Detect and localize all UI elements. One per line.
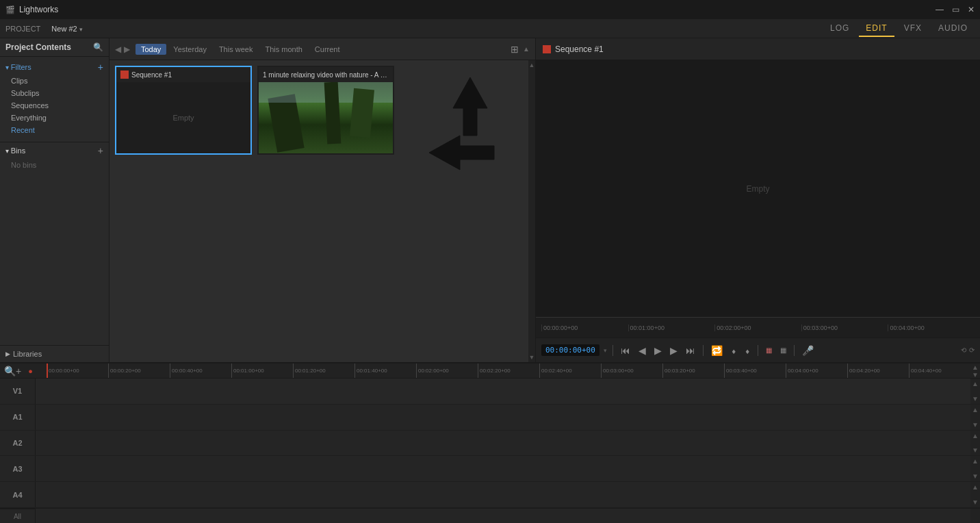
ruler-mark-9: 00:03:00+00 [601, 363, 662, 379]
ruler-mark-13: 00:04:20+00 [847, 363, 909, 379]
go-end-button[interactable]: ⏭ [684, 344, 697, 357]
project-name[interactable]: New #2 ▾ [51, 25, 82, 33]
media-item-sequence1[interactable]: Sequence #1 Empty [115, 66, 252, 155]
bins-section: ▾ Bins + No bins [0, 142, 109, 171]
tab-vfx[interactable]: VFX [897, 21, 929, 37]
track-content-a2[interactable] [36, 431, 970, 456]
bins-header[interactable]: ▾ Bins + [0, 142, 109, 159]
a2-scroll-up[interactable]: ▲ [972, 432, 979, 439]
track-a3-scroll[interactable]: ▲ ▼ [970, 456, 980, 481]
scrollbar-down[interactable]: ▼ [529, 354, 535, 361]
a1-scroll-down[interactable]: ▼ [972, 421, 979, 429]
track-content-a3[interactable] [36, 456, 970, 481]
v1-scroll-down[interactable]: ▼ [972, 395, 979, 403]
sequence1-title: Sequence #1 [131, 71, 172, 79]
loop-button[interactable]: 🔁 [709, 344, 725, 357]
media-item-video1[interactable]: 1 minute relaxing video with nature - A … [257, 66, 394, 155]
a4-scroll-down[interactable]: ▼ [972, 498, 979, 506]
libraries-section[interactable]: ▶ Libraries [0, 345, 109, 362]
add-filter-icon[interactable]: + [98, 62, 103, 73]
filters-collapse-icon: ▾ [5, 64, 11, 71]
mark-out-button[interactable]: ⬧ [743, 344, 752, 357]
track-label-a2: A2 [0, 431, 36, 456]
track-content-a1[interactable] [36, 405, 970, 430]
nav-back-arrow[interactable]: ◀ [115, 44, 121, 54]
zoom-in-icon[interactable]: 🔍+ [4, 366, 21, 377]
grid-view-icon[interactable]: ⊞ [511, 44, 519, 55]
video-thumbnail [259, 82, 393, 153]
scroll-up-icon[interactable]: ▲ [523, 45, 530, 53]
add-bin-icon[interactable]: + [98, 145, 103, 156]
a3-scroll-up[interactable]: ▲ [972, 457, 979, 465]
preview-empty-label: Empty [746, 184, 769, 194]
go-start-button[interactable]: ⏮ [619, 344, 632, 357]
next-frame-button[interactable]: ▶ [668, 344, 680, 357]
zoom-out-icon[interactable]: ● [28, 367, 33, 375]
ruler-mark-4: 00:01:20+00 [293, 363, 354, 379]
nav-forward-arrow[interactable]: ▶ [124, 44, 130, 54]
preview-mark-2: 00:02:00+00 [714, 324, 801, 331]
sidebar-item-sequences[interactable]: Sequences [0, 99, 109, 112]
content-scrollbar[interactable]: ▲ ▼ [528, 60, 535, 362]
date-tab-current[interactable]: Current [309, 44, 346, 55]
date-tab-today[interactable]: Today [136, 44, 166, 55]
sidebar-item-clips[interactable]: Clips [0, 75, 109, 87]
ruler-mark-1: 00:00:20+00 [108, 363, 170, 379]
a3-scroll-down[interactable]: ▼ [972, 472, 979, 480]
timecode-dropdown[interactable]: ▾ [604, 347, 607, 354]
track-a4-scroll[interactable]: ▲ ▼ [970, 482, 980, 507]
ruler-scroll-up[interactable]: ▲ [972, 363, 979, 371]
project-dropdown-icon[interactable]: ▾ [79, 26, 83, 33]
drag-arrows-svg [426, 74, 515, 183]
mark-in-button[interactable]: ⬧ [729, 344, 738, 357]
track-v1: V1 ▲ ▼ [0, 379, 980, 405]
preview-title: Sequence #1 [555, 44, 604, 54]
v1-scroll-up[interactable]: ▲ [972, 380, 979, 387]
svg-marker-1 [429, 136, 494, 170]
preview-scroll-down[interactable]: ⟳ [969, 346, 975, 354]
close-button[interactable]: ✕ [968, 5, 975, 14]
filters-label: ▾ Filters [5, 63, 31, 71]
sidebar-item-everything[interactable]: Everything [0, 112, 109, 124]
date-tab-thisweek[interactable]: This week [214, 44, 259, 55]
sidebar-item-subclips[interactable]: Subclips [0, 87, 109, 99]
ruler-mark-2: 00:00:40+00 [170, 363, 231, 379]
search-icon[interactable]: 🔍 [93, 42, 103, 52]
preview-scroll-up[interactable]: ⟲ [961, 346, 966, 354]
prev-frame-button[interactable]: ◀ [636, 344, 648, 357]
track-v1-scroll[interactable]: ▲ ▼ [970, 379, 980, 404]
a4-scroll-up[interactable]: ▲ [972, 483, 979, 491]
filters-header[interactable]: ▾ Filters + [0, 60, 109, 75]
track-content-a4[interactable] [36, 482, 970, 507]
a2-scroll-down[interactable]: ▼ [972, 446, 979, 454]
track-content-v1[interactable] [36, 379, 970, 404]
bins-collapse-icon: ▾ [5, 147, 11, 155]
track-a2-scroll[interactable]: ▲ ▼ [970, 431, 980, 456]
sidebar-item-recent[interactable]: Recent [0, 124, 109, 136]
sequence1-body: Empty [116, 82, 250, 153]
ruler-scroll-down[interactable]: ▼ [972, 371, 979, 379]
maximize-button[interactable]: ▭ [952, 5, 959, 14]
scrollbar-up[interactable]: ▲ [529, 62, 535, 68]
date-tab-thismonth[interactable]: This month [259, 44, 307, 55]
date-tabs: Today Yesterday This week This month Cur… [136, 44, 346, 55]
media-grid: Sequence #1 Empty 1 minute relaxing vide… [109, 60, 535, 362]
timeline-ruler-scroll[interactable]: ▲ ▼ [970, 363, 980, 379]
tab-edit[interactable]: EDIT [859, 21, 894, 37]
tab-audio[interactable]: AUDIO [931, 21, 975, 37]
timeline-ruler: 🔍+ ● 00:00:00+00 00:00:20+00 00:00:40+00… [0, 363, 980, 379]
audio-button[interactable]: 🎤 [800, 344, 816, 357]
track-a2: A2 ▲ ▼ [0, 431, 980, 457]
minimize-button[interactable]: — [936, 5, 944, 14]
libraries-collapse-icon: ▶ [5, 350, 10, 357]
ruler-mark-0: 00:00:00+00 [47, 363, 108, 379]
view-btn2[interactable]: ▦ [778, 345, 788, 355]
track-a1-scroll[interactable]: ▲ ▼ [970, 405, 980, 430]
date-tab-yesterday[interactable]: Yesterday [168, 44, 212, 55]
controls-separator-2 [703, 345, 704, 356]
a1-scroll-up[interactable]: ▲ [972, 406, 979, 413]
play-button[interactable]: ▶ [652, 344, 664, 357]
tab-log[interactable]: LOG [823, 21, 856, 37]
view-btn1[interactable]: ▦ [764, 345, 774, 355]
sidebar-header: Project Contents 🔍 [0, 38, 109, 57]
